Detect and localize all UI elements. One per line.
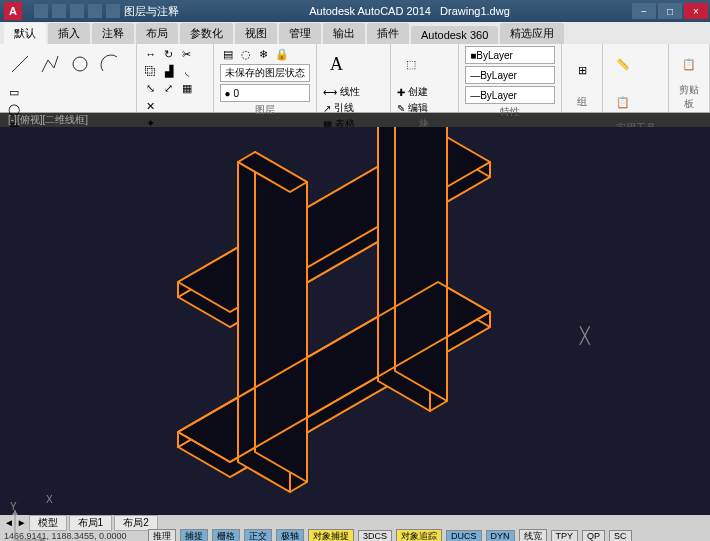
window-title: Autodesk AutoCAD 2014 Drawing1.dwg xyxy=(187,5,632,17)
quick-access-toolbar: 图层与注释 xyxy=(26,4,187,19)
panel-layers-label: 图层 xyxy=(220,102,310,118)
sb-dyn[interactable]: DYN xyxy=(486,530,515,541)
measure-button[interactable]: 📏 xyxy=(609,46,637,82)
minimize-button[interactable]: − xyxy=(632,3,656,19)
mirror-icon[interactable]: ▟ xyxy=(161,63,177,79)
panel-block: ⬚ ✚创建 ✎编辑 块 xyxy=(391,44,460,112)
linetype-combo[interactable]: — ByLayer xyxy=(465,86,555,104)
ribbon-tab-strip: 默认 插入 注释 布局 参数化 视图 管理 输出 插件 Autodesk 360… xyxy=(0,22,710,44)
svg-marker-22 xyxy=(40,537,45,541)
status-bar: 1466.9141, 1188.3455, 0.0000 推理 捕捉 栅格 正交… xyxy=(0,530,710,541)
panel-clipboard: 📋 剪贴板 xyxy=(669,44,710,112)
panel-layers: ▤ ◌ ❄ 🔒 未保存的图层状态 ● 0 图层 xyxy=(214,44,317,112)
tab-view[interactable]: 视图 xyxy=(235,23,277,44)
qat-undo-icon[interactable] xyxy=(88,4,102,18)
tab-output[interactable]: 输出 xyxy=(323,23,365,44)
window-controls: − □ × xyxy=(632,3,708,19)
drawing-canvas[interactable]: ╳ Y X xyxy=(0,127,710,515)
layer-props-icon[interactable]: ▤ xyxy=(220,46,236,62)
tab-layout1[interactable]: 布局1 xyxy=(69,515,113,531)
title-bar: A 图层与注释 Autodesk AutoCAD 2014 Drawing1.d… xyxy=(0,0,710,22)
panel-properties: ■ ByLayer — ByLayer — ByLayer 特性 xyxy=(459,44,562,112)
stretch-icon[interactable]: ⤡ xyxy=(143,80,159,96)
sb-polar[interactable]: 极轴 xyxy=(276,529,304,542)
lineweight-combo[interactable]: — ByLayer xyxy=(465,66,555,84)
panel-prop-label: 特性 xyxy=(465,104,555,120)
array-icon[interactable]: ▦ xyxy=(179,80,195,96)
sb-otrack[interactable]: 对象追踪 xyxy=(396,529,442,542)
sb-infer[interactable]: 推理 xyxy=(148,529,176,542)
panel-draw: ▭ ◯ ▦ 绘图 xyxy=(0,44,137,112)
tab-manage[interactable]: 管理 xyxy=(279,23,321,44)
qat-redo-icon[interactable] xyxy=(106,4,120,18)
sb-3dosnap[interactable]: 3DCS xyxy=(358,530,392,541)
layer-combo[interactable]: ● 0 xyxy=(220,84,310,102)
qat-open-icon[interactable] xyxy=(52,4,66,18)
app-menu-icon[interactable]: A xyxy=(4,2,22,20)
line-button[interactable] xyxy=(6,46,34,82)
polyline-button[interactable] xyxy=(36,46,64,82)
erase-icon[interactable]: ✕ xyxy=(143,98,159,114)
create-block-icon[interactable]: ✚ xyxy=(397,87,405,98)
tab-a360[interactable]: Autodesk 360 xyxy=(411,26,498,44)
insert-block-button[interactable]: ⬚ xyxy=(397,46,425,82)
close-button[interactable]: × xyxy=(684,3,708,19)
tab-insert[interactable]: 插入 xyxy=(48,23,90,44)
panel-clip-label: 剪贴板 xyxy=(675,82,703,112)
sb-ducs[interactable]: DUCS xyxy=(446,530,482,541)
sb-snap[interactable]: 捕捉 xyxy=(180,529,208,542)
tab-default[interactable]: 默认 xyxy=(4,23,46,44)
fillet-icon[interactable]: ◟ xyxy=(179,63,195,79)
layer-state-combo[interactable]: 未保存的图层状态 xyxy=(220,64,310,82)
color-combo[interactable]: ■ ByLayer xyxy=(465,46,555,64)
paste-special-button[interactable]: 📋 xyxy=(609,84,637,120)
viewport-label[interactable]: [-][俯视][二维线框] xyxy=(8,113,88,127)
qat-save-icon[interactable] xyxy=(70,4,84,18)
linear-dim-icon[interactable]: ⟷ xyxy=(323,87,337,98)
layer-off-icon[interactable]: ◌ xyxy=(238,46,254,62)
tab-layout[interactable]: 布局 xyxy=(136,23,178,44)
tab-annotate[interactable]: 注释 xyxy=(92,23,134,44)
move-icon[interactable]: ↔ xyxy=(143,46,159,62)
panel-group-label: 组 xyxy=(568,94,596,110)
leader-icon[interactable]: ↗ xyxy=(323,103,331,114)
panel-groups: ⊞ 组 xyxy=(562,44,603,112)
svg-line-0 xyxy=(12,56,28,72)
sb-osnap[interactable]: 对象捕捉 xyxy=(308,529,354,542)
sb-lwt[interactable]: 线宽 xyxy=(519,529,547,542)
tab-parametric[interactable]: 参数化 xyxy=(180,23,233,44)
edit-block-icon[interactable]: ✎ xyxy=(397,103,405,114)
layer-lock-icon[interactable]: 🔒 xyxy=(274,46,290,62)
text-button[interactable]: A xyxy=(323,46,351,82)
crosshair-cursor-icon: ╳ xyxy=(580,326,590,345)
copy-icon[interactable]: ⿻ xyxy=(143,63,159,79)
sb-sc[interactable]: SC xyxy=(609,530,632,541)
sb-qp[interactable]: QP xyxy=(582,530,605,541)
panel-annotation: A ⟷线性 ↗引线 ▦表格 注释 xyxy=(317,44,391,112)
tab-plugins[interactable]: 插件 xyxy=(367,23,409,44)
rotate-icon[interactable]: ↻ xyxy=(161,46,177,62)
sb-ortho[interactable]: 正交 xyxy=(244,529,272,542)
panel-modify: ↔⿻⤡ ↻▟⤢ ✂◟▦ ✕✦⊏ 修改 xyxy=(137,44,214,112)
group-button[interactable]: ⊞ xyxy=(568,52,596,88)
svg-point-1 xyxy=(73,57,87,71)
arc-button[interactable] xyxy=(96,46,124,82)
maximize-button[interactable]: □ xyxy=(658,3,682,19)
drawing-content xyxy=(0,127,710,515)
scale-icon[interactable]: ⤢ xyxy=(161,80,177,96)
qat-new-icon[interactable] xyxy=(34,4,48,18)
ribbon: ▭ ◯ ▦ 绘图 ↔⿻⤡ ↻▟⤢ ✂◟▦ ✕✦⊏ 修改 ▤ ◌ ❄ 🔒 未保存的… xyxy=(0,44,710,113)
sb-tpy[interactable]: TPY xyxy=(551,530,579,541)
trim-icon[interactable]: ✂ xyxy=(179,46,195,62)
rectangle-icon[interactable]: ▭ xyxy=(6,84,22,100)
layer-freeze-icon[interactable]: ❄ xyxy=(256,46,272,62)
tab-featured[interactable]: 精选应用 xyxy=(500,23,564,44)
sb-grid[interactable]: 栅格 xyxy=(212,529,240,542)
panel-utilities: 📏 📋 实用工具 xyxy=(603,44,669,112)
qat-doc-label: 图层与注释 xyxy=(124,4,179,19)
layout-tab-strip: ◄ ► 模型 布局1 布局2 xyxy=(0,515,710,530)
paste-button[interactable]: 📋 xyxy=(675,46,703,82)
circle-button[interactable] xyxy=(66,46,94,82)
